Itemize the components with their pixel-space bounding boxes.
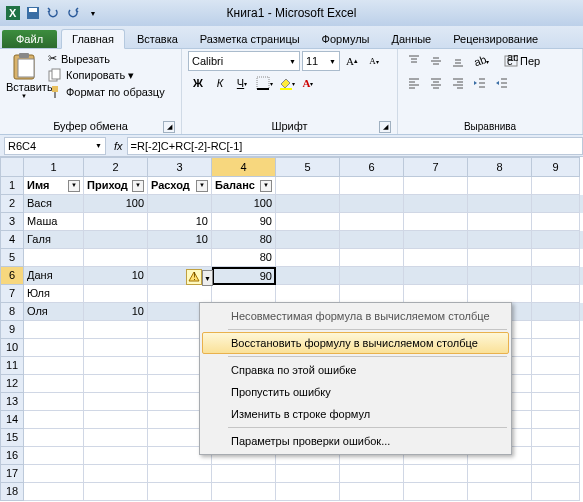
- cell[interactable]: [276, 249, 340, 267]
- cell[interactable]: [340, 195, 404, 213]
- table-header[interactable]: Расход▼: [148, 177, 212, 195]
- orientation-icon[interactable]: ab▾: [470, 51, 490, 71]
- excel-icon[interactable]: X: [4, 4, 22, 22]
- cell[interactable]: [148, 465, 212, 483]
- cell[interactable]: [148, 483, 212, 501]
- align-bottom-icon[interactable]: [448, 51, 468, 71]
- chevron-down-icon[interactable]: ▼: [202, 270, 213, 286]
- row-header[interactable]: 8: [0, 303, 24, 321]
- cell[interactable]: [404, 267, 468, 285]
- row-header[interactable]: 6: [0, 267, 24, 285]
- font-color-icon[interactable]: A▾: [298, 73, 318, 93]
- cell[interactable]: 10: [148, 231, 212, 249]
- cell[interactable]: [24, 483, 84, 501]
- cell[interactable]: [468, 231, 532, 249]
- clipboard-dialog-launcher[interactable]: ◢: [163, 121, 175, 133]
- cell[interactable]: [532, 195, 580, 213]
- cell[interactable]: [532, 393, 580, 411]
- cell[interactable]: [276, 177, 340, 195]
- cell[interactable]: [276, 213, 340, 231]
- row-header[interactable]: 18: [0, 483, 24, 501]
- filter-icon[interactable]: ▼: [196, 180, 208, 192]
- filter-icon[interactable]: ▼: [68, 180, 80, 192]
- cell[interactable]: Юля: [24, 285, 84, 303]
- cell[interactable]: [468, 267, 532, 285]
- cell[interactable]: [468, 465, 532, 483]
- cell[interactable]: [532, 447, 580, 465]
- cell[interactable]: [212, 285, 276, 303]
- cell[interactable]: [24, 339, 84, 357]
- cell[interactable]: [24, 357, 84, 375]
- cell[interactable]: [148, 285, 212, 303]
- fill-color-icon[interactable]: ▾: [276, 73, 296, 93]
- cell[interactable]: [84, 231, 148, 249]
- cell[interactable]: [532, 375, 580, 393]
- active-cell[interactable]: 90: [212, 267, 276, 285]
- row-header[interactable]: 15: [0, 429, 24, 447]
- tab-data[interactable]: Данные: [381, 30, 441, 48]
- cell[interactable]: [532, 177, 580, 195]
- cell[interactable]: Даня: [24, 267, 84, 285]
- copy-button[interactable]: Копировать ▾: [46, 67, 167, 83]
- cell[interactable]: [532, 231, 580, 249]
- row-header[interactable]: 11: [0, 357, 24, 375]
- shrink-font-icon[interactable]: A▾: [364, 51, 384, 71]
- cell[interactable]: [532, 411, 580, 429]
- cell[interactable]: [340, 213, 404, 231]
- tab-review[interactable]: Рецензирование: [443, 30, 548, 48]
- cell[interactable]: Вася: [24, 195, 84, 213]
- tab-file[interactable]: Файл: [2, 30, 57, 48]
- cell[interactable]: 100: [212, 195, 276, 213]
- cell[interactable]: [84, 321, 148, 339]
- cell[interactable]: [340, 285, 404, 303]
- cell[interactable]: [24, 465, 84, 483]
- row-header[interactable]: 13: [0, 393, 24, 411]
- cell[interactable]: [276, 285, 340, 303]
- menu-error-options[interactable]: Параметры проверки ошибок...: [202, 430, 509, 452]
- cell[interactable]: [532, 303, 580, 321]
- col-header[interactable]: 3: [148, 157, 212, 177]
- cell[interactable]: [340, 231, 404, 249]
- undo-icon[interactable]: [44, 4, 62, 22]
- row-header[interactable]: 16: [0, 447, 24, 465]
- cell[interactable]: [24, 411, 84, 429]
- cell[interactable]: [276, 465, 340, 483]
- cell[interactable]: [532, 285, 580, 303]
- row-header[interactable]: 3: [0, 213, 24, 231]
- align-middle-icon[interactable]: [426, 51, 446, 71]
- cell[interactable]: [24, 429, 84, 447]
- cell[interactable]: 80: [212, 231, 276, 249]
- select-all-corner[interactable]: [0, 157, 24, 177]
- formula-input[interactable]: =R[-2]C+RC[-2]-RC[-1]: [127, 137, 583, 155]
- tab-home[interactable]: Главная: [61, 29, 125, 49]
- cell[interactable]: 90: [212, 213, 276, 231]
- row-header[interactable]: 10: [0, 339, 24, 357]
- col-header[interactable]: 6: [340, 157, 404, 177]
- cell[interactable]: [532, 483, 580, 501]
- cell[interactable]: [340, 249, 404, 267]
- format-painter-button[interactable]: Формат по образцу: [46, 84, 167, 100]
- row-header[interactable]: 2: [0, 195, 24, 213]
- table-header[interactable]: Приход▼: [84, 177, 148, 195]
- col-header[interactable]: 2: [84, 157, 148, 177]
- cell[interactable]: [276, 483, 340, 501]
- fx-icon[interactable]: fx: [114, 140, 123, 152]
- cell[interactable]: [532, 357, 580, 375]
- cell[interactable]: [24, 393, 84, 411]
- cell[interactable]: [404, 249, 468, 267]
- cell[interactable]: [468, 249, 532, 267]
- cell[interactable]: [84, 285, 148, 303]
- cell[interactable]: 10: [84, 303, 148, 321]
- cell[interactable]: [84, 375, 148, 393]
- col-header[interactable]: 5: [276, 157, 340, 177]
- cell[interactable]: [404, 285, 468, 303]
- cell[interactable]: [532, 213, 580, 231]
- border-icon[interactable]: ▾: [254, 73, 274, 93]
- menu-help[interactable]: Справка по этой ошибке: [202, 359, 509, 381]
- save-icon[interactable]: [24, 4, 42, 22]
- increase-indent-icon[interactable]: [492, 73, 512, 93]
- align-left-icon[interactable]: [404, 73, 424, 93]
- cell[interactable]: [84, 447, 148, 465]
- cell[interactable]: [84, 339, 148, 357]
- filter-icon[interactable]: ▼: [260, 180, 272, 192]
